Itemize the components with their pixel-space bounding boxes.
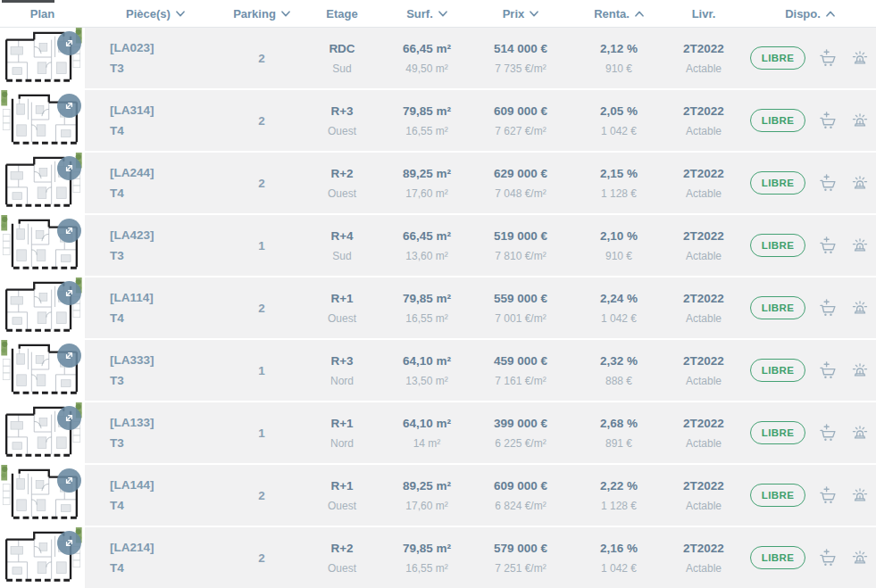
- alert-icon[interactable]: [849, 48, 870, 69]
- column-header-etage: Etage: [297, 7, 387, 21]
- parking-count: 2: [258, 551, 265, 565]
- table-row: [LA023] T3 2 RDC Sud 66,45 m² 49,50 m² 5…: [0, 28, 876, 88]
- floor-plan-thumbnail[interactable]: [0, 340, 83, 401]
- floor-plan-thumbnail[interactable]: [0, 153, 83, 213]
- add-to-cart-icon[interactable]: [817, 236, 838, 256]
- availability-badge[interactable]: LIBRE: [750, 46, 806, 70]
- unit-code: [LA133]: [110, 416, 154, 429]
- monthly-rent-value: 1 042 €: [601, 312, 637, 325]
- orientation-label: Ouest: [328, 187, 356, 200]
- floor-cell: R+3 Ouest: [297, 90, 387, 151]
- expand-icon[interactable]: [57, 344, 81, 368]
- availability-cell: LIBRE: [744, 90, 876, 151]
- availability-badge[interactable]: LIBRE: [750, 234, 806, 257]
- availability-cell: LIBRE: [744, 340, 876, 401]
- add-to-cart-icon[interactable]: [817, 173, 838, 194]
- floor-cell: R+1 Nord: [297, 402, 387, 463]
- column-header-surface[interactable]: Surf.: [387, 7, 467, 21]
- alert-icon[interactable]: [849, 485, 870, 506]
- expand-icon[interactable]: [57, 406, 81, 430]
- availability-cell: LIBRE: [744, 402, 876, 463]
- availability-badge[interactable]: LIBRE: [750, 484, 806, 507]
- availability-badge[interactable]: LIBRE: [750, 109, 806, 132]
- surface-value: 66,45 m²: [403, 42, 451, 55]
- column-header-renta[interactable]: Renta.: [574, 7, 663, 21]
- add-to-cart-icon[interactable]: [817, 111, 838, 131]
- row-body: [LA314] T4 2 R+3 Ouest 79,85 m² 16,55 m²…: [85, 90, 876, 151]
- price-cell: 459 000 € 7 161 €/m²: [467, 340, 574, 401]
- expand-icon[interactable]: [57, 219, 81, 243]
- price-cell: 399 000 € 6 225 €/m²: [467, 402, 574, 463]
- delivery-cell: 2T2022 Actable: [663, 90, 744, 151]
- alert-icon[interactable]: [849, 173, 870, 194]
- surface-annex-value: 17,60 m²: [405, 500, 447, 512]
- column-header-parking[interactable]: Parking: [226, 7, 297, 21]
- add-to-cart-icon[interactable]: [817, 423, 838, 443]
- floor-plan-thumbnail[interactable]: [0, 402, 83, 463]
- orientation-label: Ouest: [328, 562, 356, 575]
- floor-plan-thumbnail[interactable]: [0, 527, 83, 588]
- price-cell: 609 000 € 6 824 €/m²: [467, 465, 574, 526]
- floor-plan-thumbnail[interactable]: [0, 215, 83, 276]
- delivery-cell: 2T2022 Actable: [663, 215, 744, 276]
- add-to-cart-icon[interactable]: [817, 548, 838, 568]
- table-row: [LA144] T4 2 R+1 Ouest 89,25 m² 17,60 m²…: [0, 465, 876, 526]
- add-to-cart-icon[interactable]: [817, 298, 838, 319]
- expand-icon[interactable]: [57, 468, 81, 493]
- expand-icon[interactable]: [57, 156, 81, 180]
- clipped-thumbnail-sliver: [2, 0, 54, 3]
- price-per-m2-value: 7 810 €/m²: [495, 250, 546, 262]
- alert-icon[interactable]: [849, 548, 870, 568]
- surface-cell: 64,10 m² 13,50 m²: [387, 340, 467, 401]
- price-value: 629 000 €: [494, 167, 547, 180]
- add-to-cart-icon[interactable]: [817, 360, 838, 381]
- availability-badge[interactable]: LIBRE: [750, 421, 806, 444]
- expand-icon[interactable]: [57, 281, 81, 305]
- price-cell: 629 000 € 7 048 €/m²: [467, 153, 574, 213]
- yield-value: 2,68 %: [600, 417, 638, 430]
- delivery-value: 2T2022: [683, 42, 724, 55]
- table-row: [LA244] T4 2 R+2 Ouest 89,25 m² 17,60 m²…: [0, 153, 876, 213]
- column-header-pieces[interactable]: Pièce(s): [85, 7, 226, 21]
- availability-badge[interactable]: LIBRE: [750, 296, 806, 319]
- floor-cell: R+2 Ouest: [297, 527, 387, 588]
- column-header-dispo[interactable]: Dispo.: [744, 7, 876, 21]
- orientation-label: Ouest: [328, 500, 356, 512]
- expand-icon[interactable]: [57, 94, 81, 118]
- surface-annex-value: 16,55 m²: [405, 125, 447, 137]
- availability-badge[interactable]: LIBRE: [750, 546, 806, 569]
- expand-icon[interactable]: [57, 531, 81, 555]
- price-value: 459 000 €: [494, 354, 547, 368]
- table-row: [LA314] T4 2 R+3 Ouest 79,85 m² 16,55 m²…: [0, 90, 876, 151]
- floor-plan-thumbnail[interactable]: [0, 28, 83, 88]
- alert-icon[interactable]: [849, 111, 870, 131]
- parking-cell: 2: [226, 277, 297, 338]
- availability-badge[interactable]: LIBRE: [750, 359, 806, 382]
- price-cell: 609 000 € 7 627 €/m²: [467, 90, 574, 151]
- surface-cell: 66,45 m² 49,50 m²: [387, 28, 467, 88]
- chevron-up-icon: [635, 11, 644, 17]
- price-value: 399 000 €: [494, 417, 547, 430]
- unit-type: T4: [110, 124, 124, 137]
- alert-icon[interactable]: [849, 423, 870, 443]
- floor-plan-thumbnail[interactable]: [0, 277, 83, 338]
- delivery-note: Actable: [686, 375, 722, 387]
- column-header-prix[interactable]: Prix: [467, 7, 574, 21]
- add-to-cart-icon[interactable]: [817, 485, 838, 506]
- delivery-note: Actable: [686, 250, 722, 262]
- floor-label: R+1: [330, 292, 353, 305]
- parking-cell: 1: [226, 340, 297, 401]
- availability-badge[interactable]: LIBRE: [750, 171, 806, 195]
- floor-plan-thumbnail[interactable]: [0, 465, 83, 526]
- floor-plan-thumbnail[interactable]: [0, 90, 83, 151]
- price-value: 579 000 €: [494, 542, 547, 555]
- availability-cell: LIBRE: [744, 215, 876, 276]
- alert-icon[interactable]: [849, 298, 870, 319]
- alert-icon[interactable]: [849, 236, 870, 256]
- add-to-cart-icon[interactable]: [817, 48, 838, 69]
- expand-icon[interactable]: [57, 31, 81, 55]
- floor-cell: R+3 Nord: [297, 340, 387, 401]
- table-row: [LA133] T3 1 R+1 Nord 64,10 m² 14 m² 399…: [0, 402, 876, 463]
- alert-icon[interactable]: [849, 360, 870, 381]
- unit-code: [LA114]: [110, 291, 154, 304]
